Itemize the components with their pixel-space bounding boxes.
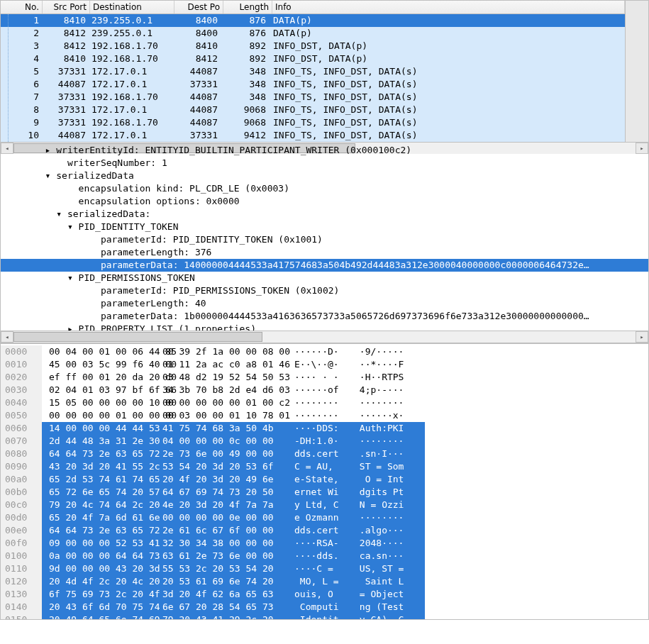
scroll-thumb[interactable] [13, 332, 262, 342]
hex-bytes: 00 04 00 01 00 06 44 85 [42, 345, 160, 358]
hex-bytes: 34 3b 70 b8 2d e4 d6 03 [160, 384, 277, 396]
tree-item[interactable]: encapsulation kind: PL_CDR_LE (0x0003) [1, 182, 648, 195]
hex-ascii: ouis, O [277, 588, 351, 601]
hex-row[interactable]: 005000 00 00 00 01 00 00 0000 03 00 00 0… [1, 409, 425, 422]
hex-row[interactable]: 001045 00 03 5c 99 f6 40 0001 11 2a ac c… [1, 358, 425, 371]
hex-bytes: 00 00 00 00 0e 00 00 00 [160, 511, 277, 524]
tree-item[interactable]: ▾ serializedData: [1, 208, 648, 221]
hex-row[interactable]: 006014 00 00 00 44 44 53 3a41 75 74 68 3… [1, 422, 425, 435]
tree-item[interactable]: parameterId: PID_IDENTITY_TOKEN (0x1001) [1, 233, 648, 246]
hex-row[interactable]: 014020 43 6f 6d 70 75 74 696e 67 20 28 5… [1, 601, 425, 614]
hex-row[interactable]: 015020 49 64 65 6e 74 69 7479 20 43 41 2… [1, 614, 425, 620]
hex-row[interactable]: 008064 64 73 2e 63 65 72 742e 73 6e 00 4… [1, 448, 425, 460]
packet-row[interactable]: 38412192.168.1.708410892INFO_DST, DATA(p… [1, 40, 625, 52]
hex-offset: 0100 [1, 550, 42, 562]
hex-offset: 00c0 [1, 499, 42, 511]
hex-ascii: C = AU, [277, 460, 351, 473]
hex-ascii: e Ozmann [277, 511, 351, 524]
hex-ascii: ········ [351, 396, 425, 409]
hex-bytes: 43 20 3d 20 41 55 2c 20 [42, 460, 160, 473]
col-number[interactable]: No. [1, 1, 43, 13]
tree-item[interactable]: writerSeqNumber: 1 [1, 157, 648, 170]
hex-row[interactable]: 00f009 00 00 00 52 53 41 2d32 30 34 38 0… [1, 537, 425, 550]
packet-list[interactable]: No. Src Port Destination Dest Po Length … [1, 1, 625, 142]
packet-row[interactable]: 28412239.255.0.18400876DATA(p) [1, 27, 625, 40]
scroll-track[interactable] [13, 332, 636, 342]
scroll-right-icon[interactable]: ▸ [636, 331, 648, 343]
hex-row[interactable]: 01000a 00 00 00 64 64 73 2e63 61 2e 73 6… [1, 550, 425, 562]
hex-ascii: ca.sn··· [351, 550, 425, 562]
packet-list-header[interactable]: No. Src Port Destination Dest Po Length … [1, 1, 625, 14]
hex-row[interactable]: 00d065 20 4f 7a 6d 61 6e 6e00 00 00 00 0… [1, 511, 425, 524]
packet-row[interactable]: 837331172.17.0.1440879068INFO_TS, INFO_D… [1, 104, 625, 116]
hex-ascii: y Ltd, C [277, 499, 351, 511]
packet-list-vscroll[interactable] [625, 1, 648, 142]
hex-bytes: 02 04 01 03 97 bf 6f 66 [42, 384, 160, 396]
hex-ascii: y CA), C [351, 614, 425, 620]
hex-offset: 0000 [1, 345, 42, 358]
tree-item[interactable]: parameterLength: 40 [1, 297, 648, 310]
hex-row[interactable]: 00c079 20 4c 74 64 2c 20 434e 20 3d 20 4… [1, 499, 425, 511]
packet-row[interactable]: 48410192.168.1.708412892INFO_DST, DATA(p… [1, 52, 625, 65]
tree-item[interactable]: ▾ serializedData [1, 170, 648, 182]
hex-row[interactable]: 004015 05 00 00 00 00 10 0000 00 00 00 0… [1, 396, 425, 409]
col-src-port[interactable]: Src Port [43, 1, 90, 13]
hex-offset: 0060 [1, 422, 42, 435]
hex-row[interactable]: 00e064 64 73 2e 63 65 72 742e 61 6c 67 6… [1, 524, 425, 537]
packet-list-body[interactable]: 18410239.255.0.18400876DATA(p)28412239.2… [1, 14, 625, 142]
hex-row[interactable]: 000000 04 00 01 00 06 44 8500 39 2f 1a 0… [1, 345, 425, 358]
tree-item[interactable]: ▾ PID_IDENTITY_TOKEN [1, 221, 648, 233]
hex-ascii: Identit [277, 614, 351, 620]
hex-bytes: 2e 61 6c 67 6f 00 00 00 [160, 524, 277, 537]
hex-ascii: ········ [277, 409, 351, 422]
packet-row[interactable]: 537331172.17.0.144087348INFO_TS, INFO_DS… [1, 65, 625, 78]
hex-ascii: 4;p·-··· [351, 384, 425, 396]
hex-row[interactable]: 01109d 00 00 00 43 20 3d 2055 53 2c 20 5… [1, 562, 425, 575]
col-destination[interactable]: Destination [90, 1, 174, 13]
hex-row[interactable]: 0020ef ff 00 01 20 da 20 d003 48 d2 19 5… [1, 371, 425, 384]
hex-ascii: O = Int [351, 473, 425, 486]
hex-bytes: 45 00 03 5c 99 f6 40 00 [42, 358, 160, 371]
hex-bytes: 00 00 00 00 00 01 00 c2 [160, 396, 277, 409]
col-info[interactable]: Info [272, 1, 625, 13]
hex-bytes: 01 11 2a ac c0 a8 01 46 [160, 358, 277, 371]
packet-row[interactable]: 18410239.255.0.18400876DATA(p) [1, 14, 625, 27]
packet-row[interactable]: 1044087172.17.0.1373319412INFO_TS, INFO_… [1, 129, 625, 142]
hex-offset: 0130 [1, 588, 42, 601]
hex-ascii: .algo··· [351, 524, 425, 537]
hex-row[interactable]: 012020 4d 4f 2c 20 4c 20 3d20 53 61 69 6… [1, 575, 425, 588]
hex-offset: 0020 [1, 371, 42, 384]
col-length[interactable]: Length [223, 1, 272, 13]
tree-item[interactable]: ▸ writerEntityId: ENTITYID_BUILTIN_PARTI… [1, 144, 648, 157]
scroll-left-icon[interactable]: ◂ [1, 331, 13, 343]
hex-bytes: 03 48 d2 19 52 54 50 53 [160, 371, 277, 384]
hex-row[interactable]: 00a065 2d 53 74 61 74 65 2c20 4f 20 3d 2… [1, 473, 425, 486]
tree-item[interactable]: parameterLength: 376 [1, 246, 648, 259]
hex-row[interactable]: 009043 20 3d 20 41 55 2c 2053 54 20 3d 2… [1, 460, 425, 473]
tree-item[interactable]: parameterData: 1b0000004444533a416363657… [1, 310, 648, 323]
packet-row[interactable]: 644087172.17.0.137331348INFO_TS, INFO_DS… [1, 78, 625, 91]
hex-ascii: ····RSA- [277, 537, 351, 550]
hex-row[interactable]: 01306f 75 69 73 2c 20 4f 203d 20 4f 62 6… [1, 588, 425, 601]
hex-ascii: N = Ozzi [351, 499, 425, 511]
tree-item[interactable]: parameterData: 140000004444533a417574683… [1, 259, 648, 272]
tree-item[interactable]: ▾ PID_PERMISSIONS_TOKEN [1, 272, 648, 284]
hex-bytes: 0a 00 00 00 64 64 73 2e [42, 550, 160, 562]
packet-row[interactable]: 937331192.168.1.70440879068INFO_TS, INFO… [1, 116, 625, 129]
hex-bytes: 20 43 6f 6d 70 75 74 69 [42, 601, 160, 614]
packet-row[interactable]: 737331192.168.1.7044087348INFO_TS, INFO_… [1, 91, 625, 104]
col-dest-port[interactable]: Dest Po [174, 1, 223, 13]
hex-bytes: 2d 44 48 3a 31 2e 30 00 [42, 435, 160, 448]
tree-item[interactable]: parameterId: PID_PERMISSIONS_TOKEN (0x10… [1, 284, 648, 297]
hex-bytes: 00 03 00 00 01 10 78 01 [160, 409, 277, 422]
hex-row[interactable]: 00b065 72 6e 65 74 20 57 6964 67 69 74 7… [1, 486, 425, 499]
hex-row[interactable]: 00702d 44 48 3a 31 2e 30 0004 00 00 00 0… [1, 435, 425, 448]
details-hscroll[interactable]: ◂ ▸ [1, 331, 648, 343]
hex-row[interactable]: 003002 04 01 03 97 bf 6f 6634 3b 70 b8 2… [1, 384, 425, 396]
tree-item[interactable]: encapsulation options: 0x0000 [1, 195, 648, 208]
packet-bytes[interactable]: 000000 04 00 01 00 06 44 8500 39 2f 1a 0… [1, 344, 425, 619]
hex-ascii: ···· · · [277, 371, 351, 384]
hex-offset: 00f0 [1, 537, 42, 550]
hex-ascii: ········ [351, 435, 425, 448]
packet-details-tree[interactable]: ▸ writerEntityId: ENTITYID_BUILTIN_PARTI… [1, 143, 648, 335]
